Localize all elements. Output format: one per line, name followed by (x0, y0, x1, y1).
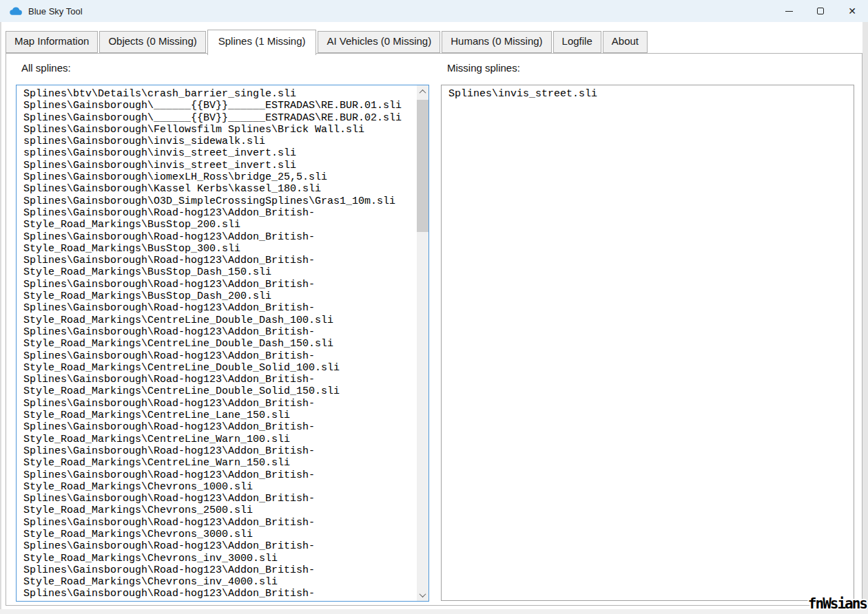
spline-list-item[interactable]: Splines\Gainsborough\Road-hog123\Addon_B… (23, 540, 415, 564)
window-left-edge (0, 22, 1, 614)
spline-list-item[interactable]: Splines\Gainsborough\Road-hog123\Addon_B… (23, 279, 415, 303)
spline-list-item[interactable]: Splines\Gainsborough\Road-hog123\Addon_B… (23, 302, 415, 326)
title-bar[interactable]: Blue Sky Tool ✕ (0, 0, 868, 22)
maximize-button[interactable] (805, 0, 836, 22)
spline-list-item[interactable]: Splines\Gainsborough\Road-hog123\Addon_B… (23, 588, 415, 601)
spline-list-item[interactable]: Splines\Gainsborough\Road-hog123\Addon_B… (23, 207, 415, 231)
all-splines-label: All splines: (21, 62, 71, 74)
watermark: fnWsians (808, 595, 867, 612)
tab[interactable]: Humans (0 Missing) (442, 31, 551, 53)
spline-list-item[interactable]: Splines\Gainsborough\invis_street_invert… (23, 160, 415, 171)
scroll-down-button[interactable] (417, 589, 428, 601)
tab[interactable]: Objects (0 Missing) (99, 31, 205, 53)
close-icon: ✕ (848, 6, 856, 16)
window-right-edge (862, 22, 868, 614)
tab[interactable]: AI Vehicles (0 Missing) (318, 31, 440, 53)
vertical-scrollbar[interactable] (417, 85, 428, 601)
spline-list-item[interactable]: Splines\btv\Details\crash_barrier_single… (23, 88, 415, 100)
spline-list-item[interactable]: Splines\Gainsborough\O3D_SimpleCrossingS… (23, 195, 415, 207)
scroll-up-button[interactable] (417, 85, 428, 98)
spline-list-item[interactable]: splines\Gainsborough\invis_street_invert… (23, 147, 415, 159)
window-controls: ✕ (773, 0, 868, 22)
spline-list-item[interactable]: Splines\Gainsborough\Road-hog123\Addon_B… (23, 421, 415, 445)
spline-list-item[interactable]: Splines\Gainsborough\Road-hog123\Addon_B… (23, 350, 415, 374)
spline-list-item[interactable]: Splines\Gainsborough\Road-hog123\Addon_B… (23, 517, 415, 541)
spline-list-item[interactable]: Splines\Gainsborough\Road-hog123\Addon_B… (23, 231, 415, 255)
missing-spline-item[interactable]: Splines\invis_street.sli (448, 88, 852, 100)
app-window: { "window": { "title": "Blue Sky Tool", … (0, 0, 868, 614)
spline-list-item[interactable]: Splines\Gainsborough\iomexLH_Ross\bridge… (23, 171, 415, 183)
chevron-up-icon (420, 89, 426, 96)
window-title: Blue Sky Tool (28, 6, 83, 17)
spline-list-item[interactable]: Splines\Gainsborough\Road-hog123\Addon_B… (23, 564, 415, 589)
splines-tab-page: All splines: Splines\btv\Details\crash_b… (6, 53, 862, 606)
cloud-icon (9, 6, 23, 17)
minimize-icon (785, 11, 793, 12)
tab-strip: Map Information Objects (0 Missing) Spli… (6, 30, 649, 55)
spline-list-item[interactable]: Splines\Gainsborough\Road-hog123\Addon_B… (23, 326, 415, 350)
close-button[interactable]: ✕ (836, 0, 868, 22)
spline-list-item[interactable]: Splines\Gainsborough\Road-hog123\Addon_B… (23, 255, 415, 279)
missing-splines-list: Splines\invis_street.sli (442, 85, 854, 600)
spline-list-item[interactable]: Splines\Gainsborough\Road-hog123\Addon_B… (23, 469, 415, 494)
all-splines-listbox[interactable]: Splines\btv\Details\crash_barrier_single… (16, 85, 429, 602)
spline-list-item[interactable]: splines\Gainsborough\invis_sidewalk.sli (23, 136, 415, 147)
spline-list-item[interactable]: Splines\Gainsborough\Road-hog123\Addon_B… (23, 398, 415, 422)
all-splines-list: Splines\btv\Details\crash_barrier_single… (17, 85, 417, 601)
spline-list-item[interactable]: Splines\Gainsborough\Road-hog123\Addon_B… (23, 374, 415, 398)
spline-list-item[interactable]: Splines\Gainsborough\Road-hog123\Addon_B… (23, 445, 415, 469)
minimize-button[interactable] (773, 0, 805, 22)
spline-list-item[interactable]: Splines\Gainsborough\Road-hog123\Addon_B… (23, 493, 415, 517)
tab[interactable]: About (603, 31, 648, 53)
maximize-icon (817, 8, 824, 14)
spline-list-item[interactable]: Splines\Gainsborough\Kassel Kerbs\kassel… (23, 183, 415, 195)
missing-splines-listbox[interactable]: Splines\invis_street.sli (441, 85, 854, 601)
tab[interactable]: Map Information (6, 31, 98, 53)
chevron-down-icon (420, 591, 426, 597)
scrollbar-thumb[interactable] (417, 100, 428, 232)
spline-list-item[interactable]: Splines\Gainsborough\______{{BV}}______E… (23, 112, 415, 124)
missing-splines-label: Missing splines: (447, 62, 520, 74)
window-bottom-edge (0, 609, 868, 614)
tab[interactable]: Logfile (553, 31, 601, 53)
spline-list-item[interactable]: Splines\Gainsborough\Fellowsfilm Splines… (23, 124, 415, 136)
spline-list-item[interactable]: Splines\Gainsborough\______{{BV}}______E… (23, 100, 415, 112)
tab[interactable]: Splines (1 Missing) (207, 30, 317, 55)
